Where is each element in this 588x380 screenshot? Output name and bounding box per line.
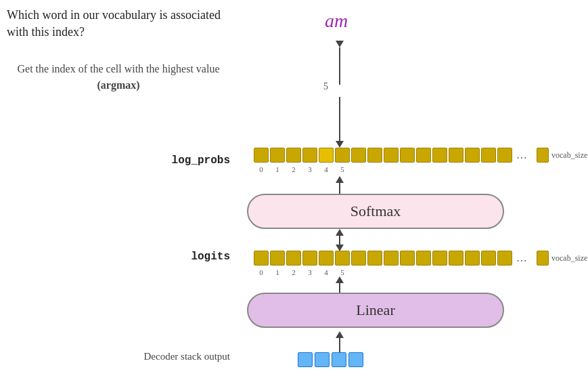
linear-box: Linear [247, 293, 504, 328]
vocab-label-logits: vocab_size [551, 253, 587, 263]
logit-cell-14 [481, 251, 496, 266]
decoder-cell-0 [298, 352, 313, 367]
logit-cell-11 [432, 251, 447, 266]
logits-cells: … vocab_size [254, 251, 587, 266]
logprob-cell-15 [497, 148, 512, 163]
logprob-cell-6 [351, 148, 366, 163]
logprob-cell-last [537, 148, 549, 163]
arrow-head-up-icon [336, 176, 344, 183]
logprob-cell-7 [367, 148, 382, 163]
main-container: Which word in our vocabulary is associat… [0, 0, 588, 380]
logits-label: logits [7, 251, 230, 263]
logit-cell-10 [416, 251, 431, 266]
ellipsis-logprobs: … [516, 149, 527, 161]
logprob-cell-10 [416, 148, 431, 163]
logit-idx-1: 1 [270, 268, 285, 276]
idx-4: 4 [319, 165, 334, 173]
word-output: am [325, 10, 348, 32]
logprob-cell-13 [465, 148, 480, 163]
logprob-cell-9 [400, 148, 415, 163]
logit-idx-4: 4 [319, 268, 334, 276]
idx-2: 2 [286, 165, 301, 173]
logit-cell-last [537, 251, 549, 266]
logit-cell-15 [497, 251, 512, 266]
log-probs-label: log_probs [7, 154, 230, 167]
logprob-cell-11 [432, 148, 447, 163]
idx-3: 3 [302, 165, 317, 173]
arrow-word-to-index [336, 41, 344, 85]
arrow-head-up-icon-2 [336, 229, 344, 236]
logprob-cell-5 [335, 148, 350, 163]
logprob-cell-2 [286, 148, 301, 163]
logprob-cell-0 [254, 148, 269, 163]
index-number: 5 [323, 81, 328, 92]
logit-cell-6 [351, 251, 366, 266]
softmax-box: Softmax [247, 194, 504, 229]
logit-idx-0: 0 [254, 268, 269, 276]
logit-cell-7 [367, 251, 382, 266]
argmax-desc: Get the index of the cell with the highe… [17, 63, 219, 75]
question-text: Which word in our vocabulary is associat… [7, 7, 230, 41]
idx-1: 1 [270, 165, 285, 173]
logit-cell-8 [384, 251, 399, 266]
softmax-label: Softmax [350, 203, 401, 220]
logit-idx-5: 5 [335, 268, 350, 276]
diagram-area: am 5 [244, 0, 588, 380]
arrow-logprobs-to-softmax [336, 176, 344, 195]
logprob-cell-14 [481, 148, 496, 163]
arrow-line-5 [339, 236, 340, 246]
logit-cell-4 [319, 251, 334, 266]
logit-cell-0 [254, 251, 269, 266]
decoder-label: Decoder stack output [7, 351, 230, 362]
idx-0: 0 [254, 165, 269, 173]
left-panel: Which word in our vocabulary is associat… [0, 0, 244, 380]
logit-idx-2: 2 [286, 268, 301, 276]
arrow-line [339, 47, 340, 85]
linear-label: Linear [356, 301, 394, 319]
arrow-head-down-icon-2 [336, 141, 344, 148]
arrow-head-up-icon-3 [336, 276, 344, 283]
vocab-label-logprobs: vocab_size [551, 150, 587, 161]
idx-5: 5 [335, 165, 350, 173]
logprob-cell-8 [384, 148, 399, 163]
logprob-cell-3 [302, 148, 317, 163]
logprobs-indices: 0 1 2 3 4 5 [254, 165, 350, 173]
logprob-cell-12 [449, 148, 463, 163]
logit-cell-9 [400, 251, 415, 266]
decoder-cell-2 [332, 352, 346, 367]
logit-cell-3 [302, 251, 317, 266]
log-probs-cells: … vocab_size [254, 148, 587, 163]
decoder-cell-3 [348, 352, 363, 367]
arrow-logits-to-softmax [336, 229, 344, 246]
arrow-index-to-logprobs [336, 97, 344, 148]
logits-indices: 0 1 2 3 4 5 [254, 268, 350, 276]
logit-cell-13 [465, 251, 480, 266]
logit-cell-1 [270, 251, 285, 266]
logit-cell-12 [449, 251, 463, 266]
logit-cell-2 [286, 251, 301, 266]
argmax-label: (argmax) [97, 79, 139, 91]
argmax-text: Get the index of the cell with the highe… [7, 61, 230, 93]
arrow-line-2 [339, 97, 340, 141]
logit-idx-3: 3 [302, 268, 317, 276]
decoder-cell-1 [315, 352, 330, 367]
logprob-cell-1 [270, 148, 285, 163]
ellipsis-logits: … [516, 252, 527, 264]
arrow-head-up-icon-4 [336, 331, 344, 338]
logprob-cell-4 [319, 148, 334, 163]
logit-cell-5 [335, 251, 350, 266]
arrow-head-down-icon [336, 41, 344, 47]
decoder-output-cells [298, 352, 363, 367]
